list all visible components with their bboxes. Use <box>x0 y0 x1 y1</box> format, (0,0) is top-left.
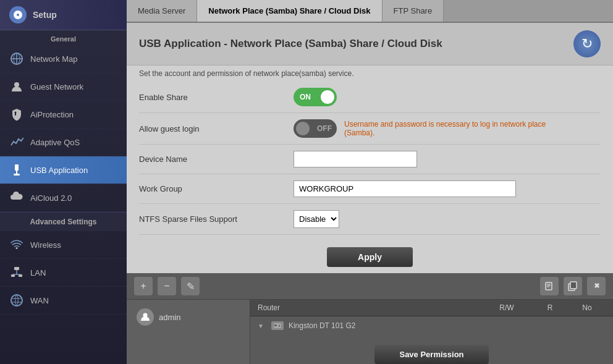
svg-rect-24 <box>274 324 277 326</box>
advanced-settings-label: Advanced Settings <box>0 212 127 231</box>
aicloud-icon <box>9 190 24 205</box>
page-title: USB Application - Network Place (Samba) … <box>139 38 442 50</box>
tab-bar: Media Server Network Place (Samba) Share… <box>127 0 613 23</box>
col-no: No <box>569 303 606 312</box>
sidebar-item-wireless-label: Wireless <box>30 240 61 250</box>
toggle-on-knob <box>321 90 334 104</box>
back-button[interactable]: ↻ <box>573 30 601 57</box>
svg-point-15 <box>11 295 22 306</box>
work-group-input[interactable] <box>294 180 516 197</box>
sidebar-item-aicloud-label: AiCloud 2.0 <box>30 193 72 203</box>
svg-rect-10 <box>14 267 19 270</box>
enable-share-toggle[interactable]: ON <box>294 88 337 106</box>
enable-share-row: Enable Share ON <box>139 82 601 113</box>
work-group-control <box>294 180 601 197</box>
toggle-on-text: ON <box>300 93 311 101</box>
sidebar-item-wan[interactable]: WAN <box>0 287 127 315</box>
device-name-input[interactable] <box>294 151 417 167</box>
tab-ftp-share[interactable]: FTP Share <box>383 0 444 22</box>
adaptive-qos-icon <box>9 135 24 150</box>
sidebar-item-network-map[interactable]: Network Map <box>0 45 127 73</box>
ntfs-sparse-control: Disable Enable <box>294 210 601 228</box>
sidebar-item-guest-network-label: Guest Network <box>30 82 83 91</box>
sidebar-item-network-map-label: Network Map <box>30 54 78 64</box>
lan-icon <box>9 265 24 280</box>
add-permission-button[interactable]: + <box>134 277 153 295</box>
main-content: Media Server Network Place (Samba) Share… <box>127 0 613 364</box>
drive-name: Kingston DT 101 G2 <box>289 321 356 330</box>
router-drive-item[interactable]: ▼ Kingston DT 101 G2 <box>250 316 613 335</box>
col-rw: R/W <box>482 303 531 312</box>
page-header: USB Application - Network Place (Samba) … <box>127 23 613 66</box>
sidebar-header-title: Setup <box>33 10 57 20</box>
user-panel: admin <box>127 300 250 364</box>
content-area: USB Application - Network Place (Samba) … <box>127 23 613 364</box>
device-name-row: Device Name <box>139 145 601 174</box>
svg-point-25 <box>278 325 280 327</box>
allow-guest-control: OFF Username and password is necessary t… <box>294 119 601 138</box>
export-icon[interactable] <box>540 277 559 295</box>
guest-network-icon <box>9 79 24 94</box>
edit-permission-button[interactable]: ✎ <box>181 277 200 295</box>
user-item-admin[interactable]: admin <box>132 305 245 329</box>
ntfs-sparse-row: NTFS Sparse Files Support Disable Enable <box>139 204 601 235</box>
allow-guest-login-row: Allow guest login OFF Username and passw… <box>139 113 601 145</box>
sidebar-item-aicloud[interactable]: AiCloud 2.0 <box>0 184 127 212</box>
perm-left-icons: + − ✎ <box>134 277 200 295</box>
toggle-off-text: OFF <box>317 124 332 133</box>
svg-rect-9 <box>14 174 20 176</box>
aiprotection-icon <box>9 107 24 122</box>
svg-point-4 <box>14 82 19 87</box>
sidebar-item-lan[interactable]: LAN <box>0 259 127 287</box>
toggle-off-knob <box>296 122 310 135</box>
save-permission-button[interactable]: Save Permission <box>374 345 488 364</box>
setup-icon <box>9 6 27 23</box>
device-name-control <box>294 151 601 167</box>
tab-samba-share[interactable]: Network Place (Samba) Share / Cloud Disk <box>197 0 382 22</box>
device-name-label: Device Name <box>139 154 294 164</box>
work-group-row: Work Group <box>139 174 601 204</box>
wireless-icon <box>9 237 24 252</box>
remove-permission-button[interactable]: − <box>158 277 176 295</box>
general-section-label: General <box>0 30 127 45</box>
router-expand-icon: ▼ <box>258 323 264 329</box>
sidebar-header: Setup <box>0 0 127 30</box>
work-group-label: Work Group <box>139 184 294 193</box>
settings-icon[interactable] <box>587 277 606 295</box>
sidebar-item-usb-application-label: USB Application <box>30 166 88 175</box>
sidebar-item-usb-application[interactable]: USB Application <box>0 156 127 184</box>
sidebar-item-lan-label: LAN <box>30 268 46 277</box>
tab-media-server[interactable]: Media Server <box>127 0 197 22</box>
network-map-icon <box>9 51 24 66</box>
user-name-admin: admin <box>159 313 180 322</box>
sidebar-item-guest-network[interactable]: Guest Network <box>0 73 127 101</box>
usb-application-icon <box>9 163 24 177</box>
ntfs-sparse-label: NTFS Sparse Files Support <box>139 214 294 224</box>
apply-button[interactable]: Apply <box>327 247 413 267</box>
svg-point-6 <box>15 112 17 114</box>
enable-share-control: ON <box>294 88 601 106</box>
sidebar-item-adaptive-qos[interactable]: Adaptive QoS <box>0 129 127 156</box>
wan-icon <box>9 293 24 308</box>
drive-icon <box>271 321 284 330</box>
ntfs-sparse-select[interactable]: Disable Enable <box>294 210 339 228</box>
sidebar-item-wireless[interactable]: Wireless <box>0 231 127 259</box>
form-area: Enable Share ON Allow guest login OFF U <box>127 82 613 241</box>
sidebar-item-wan-label: WAN <box>30 296 49 305</box>
sidebar-item-aiprotection[interactable]: AiProtection <box>0 101 127 129</box>
perm-right-icons <box>540 277 606 295</box>
permissions-area: + − ✎ <box>127 273 613 364</box>
allow-guest-label: Allow guest login <box>139 124 294 133</box>
guest-login-note: Username and password is necessary to lo… <box>344 120 560 137</box>
svg-rect-7 <box>15 164 19 171</box>
copy-icon[interactable] <box>564 277 582 295</box>
page-description: Set the account and permission of networ… <box>127 66 613 82</box>
permissions-table: admin Router R/W R No ▼ <box>127 300 613 364</box>
svg-rect-5 <box>15 113 16 116</box>
router-panel: Router R/W R No ▼ <box>250 300 613 364</box>
sidebar-item-aiprotection-label: AiProtection <box>30 110 74 119</box>
sidebar: Setup General Network Map Guest Network <box>0 0 127 364</box>
allow-guest-toggle[interactable]: OFF <box>294 119 337 138</box>
user-avatar-admin <box>137 308 154 326</box>
svg-rect-21 <box>570 282 577 289</box>
